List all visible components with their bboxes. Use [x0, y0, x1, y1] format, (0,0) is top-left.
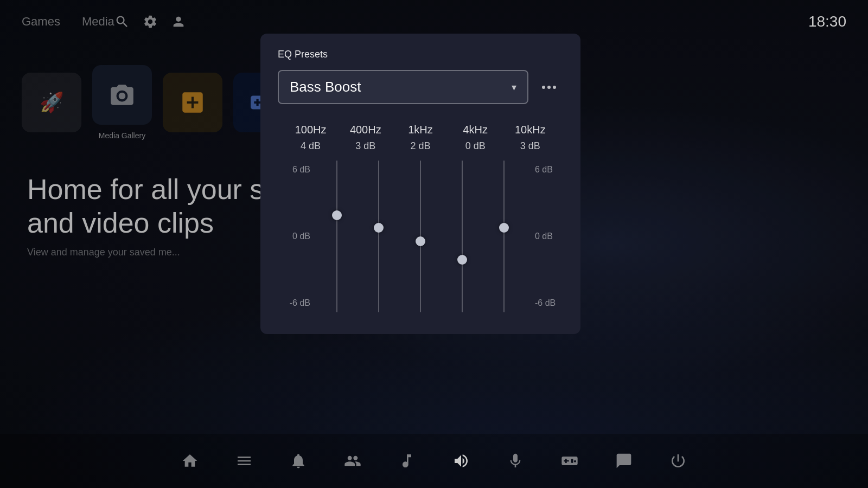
slider-thumb-1[interactable] [374, 223, 384, 233]
eq-more-button[interactable] [535, 73, 563, 101]
slider-thumb-2[interactable] [416, 236, 425, 246]
db-val-3: 0 dB [454, 140, 497, 152]
right-label-6db: 6 dB [531, 165, 558, 175]
eq-slider-1khz[interactable] [399, 160, 441, 312]
right-label-neg6db: -6 dB [531, 298, 558, 308]
freq-1khz: 1kHz [399, 124, 442, 136]
slider-track-3 [462, 160, 463, 312]
db-val-2: 2 dB [399, 140, 442, 152]
dot-3 [553, 86, 556, 89]
freq-400hz: 400Hz [344, 124, 387, 136]
slider-track-1 [378, 160, 379, 312]
slider-track-wrap-4 [503, 160, 505, 312]
eq-preset-dropdown[interactable]: Bass Boost ▾ [278, 70, 528, 104]
eq-sliders-tracks [310, 160, 531, 312]
slider-track-wrap-1 [378, 160, 380, 312]
dot-1 [542, 86, 545, 89]
eq-slider-100hz[interactable] [316, 160, 358, 312]
eq-right-labels: 6 dB 0 dB -6 dB [531, 160, 558, 312]
eq-dialog: EQ Presets Bass Boost ▾ 100Hz 400Hz 1kHz… [260, 34, 580, 334]
slider-thumb-4[interactable] [499, 223, 509, 233]
slider-track-0 [336, 160, 337, 312]
db-val-1: 3 dB [344, 140, 387, 152]
slider-thumb-0[interactable] [332, 210, 342, 220]
slider-track-wrap-3 [461, 160, 463, 312]
freq-10khz: 10kHz [508, 124, 552, 136]
right-label-0db: 0 dB [531, 232, 558, 241]
slider-track-wrap-0 [336, 160, 338, 312]
db-val-4: 3 dB [508, 140, 552, 152]
slider-track-2 [420, 160, 421, 312]
dropdown-arrow-icon: ▾ [512, 81, 516, 93]
eq-dropdown-row: Bass Boost ▾ [278, 70, 563, 104]
slider-thumb-3[interactable] [457, 255, 467, 265]
slider-track-wrap-2 [419, 160, 422, 312]
eq-preset-name: Bass Boost [290, 79, 361, 95]
freq-100hz: 100Hz [289, 124, 333, 136]
eq-slider-4khz[interactable] [442, 160, 483, 312]
left-label-0db: 0 dB [283, 232, 310, 241]
eq-slider-400hz[interactable] [358, 160, 399, 312]
eq-left-labels: 6 dB 0 dB -6 dB [283, 160, 310, 312]
slider-track-4 [503, 160, 505, 312]
eq-dialog-title: EQ Presets [278, 49, 563, 60]
eq-sliders-area: 6 dB 0 dB -6 dB [283, 160, 558, 312]
eq-sliders-container: 100Hz 400Hz 1kHz 4kHz 10kHz 4 dB 3 dB 2 … [278, 124, 563, 312]
eq-slider-10khz[interactable] [483, 160, 525, 312]
freq-4khz: 4kHz [454, 124, 497, 136]
left-label-6db: 6 dB [283, 165, 310, 175]
eq-freq-labels: 100Hz 400Hz 1kHz 4kHz 10kHz [283, 124, 558, 136]
eq-db-values: 4 dB 3 dB 2 dB 0 dB 3 dB [283, 140, 558, 152]
left-label-neg6db: -6 dB [283, 298, 310, 308]
dot-2 [547, 86, 551, 89]
db-val-0: 4 dB [289, 140, 333, 152]
